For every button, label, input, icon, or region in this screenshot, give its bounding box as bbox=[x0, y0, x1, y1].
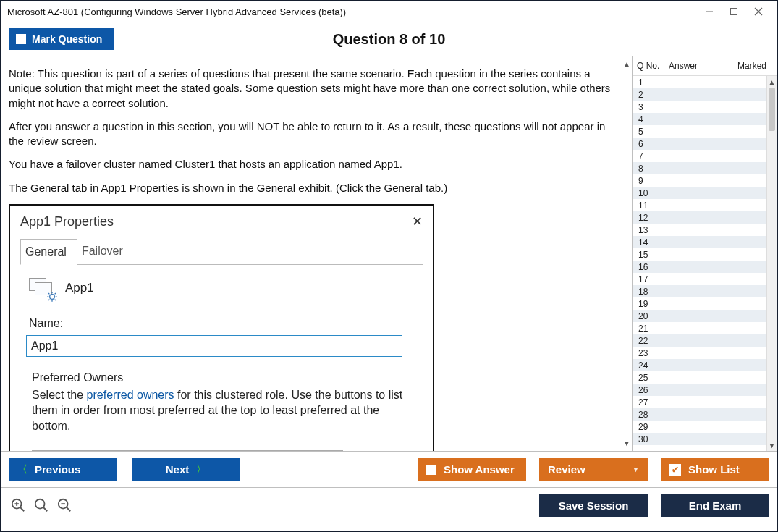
show-list-label: Show List bbox=[688, 463, 740, 476]
question-list-row[interactable]: 23 bbox=[633, 347, 777, 359]
question-list-row[interactable]: 28 bbox=[633, 408, 777, 421]
minimize-button[interactable] bbox=[697, 3, 722, 20]
next-label: Next bbox=[166, 463, 190, 476]
question-number: 6 bbox=[638, 139, 667, 149]
svg-line-10 bbox=[55, 299, 56, 300]
question-list-row[interactable]: 16 bbox=[633, 261, 777, 273]
question-number: 21 bbox=[638, 324, 667, 334]
question-pane: ▲ Note: This question is part of a serie… bbox=[1, 56, 632, 451]
question-list-row[interactable]: 24 bbox=[633, 359, 777, 371]
next-button[interactable]: Next 〉 bbox=[132, 458, 240, 481]
preferred-owners-description: Select the preferred owners for this clu… bbox=[32, 387, 411, 434]
session-controls: Save Session End Exam bbox=[539, 494, 769, 517]
name-input[interactable] bbox=[26, 335, 402, 357]
scroll-down-icon[interactable]: ▼ bbox=[767, 439, 777, 451]
maximize-button[interactable] bbox=[722, 3, 746, 20]
chevron-right-icon: 〉 bbox=[196, 463, 206, 476]
question-number: 17 bbox=[638, 274, 667, 284]
question-list-row[interactable]: 4 bbox=[633, 113, 777, 125]
question-list-row[interactable]: 19 bbox=[633, 297, 777, 310]
question-list-row[interactable]: 25 bbox=[633, 371, 777, 384]
question-list-row[interactable]: 20 bbox=[633, 310, 777, 322]
question-list-row[interactable]: 29 bbox=[633, 421, 777, 433]
clustered-role-icon bbox=[29, 278, 55, 300]
question-number: 20 bbox=[638, 311, 667, 321]
question-list-row[interactable]: 30 bbox=[633, 433, 777, 445]
question-number: 26 bbox=[638, 385, 667, 395]
question-list-row[interactable]: 12 bbox=[633, 211, 777, 224]
review-button[interactable]: Review ▼ bbox=[539, 458, 648, 481]
list-body: 1234567891011121314151617181920212223242… bbox=[633, 76, 777, 451]
question-list-row[interactable]: 17 bbox=[633, 273, 777, 285]
svg-line-20 bbox=[67, 507, 71, 512]
question-number: 12 bbox=[638, 213, 667, 223]
app1-properties-dialog: App1 Properties ✕ General Failover App1 bbox=[9, 204, 434, 451]
chevron-left-icon: 〈 bbox=[17, 463, 28, 476]
checkbox-icon bbox=[16, 34, 26, 44]
nav-left: 〈 Previous Next 〉 bbox=[9, 458, 240, 481]
question-list-row[interactable]: 11 bbox=[633, 199, 777, 211]
tab-general-label: General bbox=[25, 245, 67, 258]
question-list-row[interactable]: 27 bbox=[633, 396, 777, 408]
close-button[interactable] bbox=[746, 3, 771, 20]
zoom-reset-icon[interactable] bbox=[32, 496, 51, 515]
preferred-desc-pre: Select the bbox=[32, 389, 87, 401]
question-number: 10 bbox=[638, 188, 667, 198]
end-exam-button[interactable]: End Exam bbox=[661, 494, 769, 517]
zoom-out-icon[interactable] bbox=[55, 496, 74, 515]
question-number: 11 bbox=[638, 200, 667, 211]
question-list-row[interactable]: 21 bbox=[633, 322, 777, 334]
question-list-row[interactable]: 13 bbox=[633, 224, 777, 236]
list-scrollbar[interactable]: ▲ ▼ bbox=[766, 76, 777, 451]
question-number: 24 bbox=[638, 360, 667, 371]
question-list-row[interactable]: 7 bbox=[633, 150, 777, 162]
question-list-row[interactable]: 10 bbox=[633, 187, 777, 199]
save-session-button[interactable]: Save Session bbox=[539, 494, 648, 517]
chevron-down-icon: ▼ bbox=[633, 466, 639, 473]
show-list-button[interactable]: ✔ Show List bbox=[661, 458, 769, 481]
zoom-in-icon[interactable] bbox=[9, 496, 28, 515]
question-number: 7 bbox=[638, 151, 667, 161]
question-list-row[interactable]: 18 bbox=[633, 285, 777, 297]
question-list-row[interactable]: 1 bbox=[633, 76, 777, 88]
question-list-row[interactable]: 3 bbox=[633, 101, 777, 113]
scroll-down-icon[interactable]: ▼ bbox=[623, 439, 630, 449]
question-number: 16 bbox=[638, 262, 667, 272]
previous-button[interactable]: 〈 Previous bbox=[9, 458, 117, 481]
question-list-row[interactable]: 9 bbox=[633, 174, 777, 187]
question-list-row[interactable]: 5 bbox=[633, 125, 777, 138]
question-number: 5 bbox=[638, 127, 667, 137]
question-list-row[interactable]: 2 bbox=[633, 88, 777, 101]
content-row: ▲ Note: This question is part of a serie… bbox=[1, 56, 777, 452]
dialog-close-icon[interactable]: ✕ bbox=[412, 213, 423, 230]
question-list-row[interactable]: 8 bbox=[633, 162, 777, 174]
question-list-row[interactable]: 14 bbox=[633, 236, 777, 248]
window-title: Microsoft AZ-801 (Configuring Windows Se… bbox=[7, 7, 697, 17]
question-list-row[interactable]: 22 bbox=[633, 334, 777, 347]
gear-icon bbox=[46, 291, 58, 303]
checkbox-icon bbox=[426, 465, 436, 475]
col-header-answer: Answer bbox=[669, 61, 737, 71]
topbar: Mark Question Question 8 of 10 bbox=[1, 22, 777, 56]
server-list-item[interactable]: Server1 bbox=[32, 450, 343, 451]
dialog-title: App1 Properties bbox=[20, 213, 412, 230]
question-number: 30 bbox=[638, 434, 667, 444]
question-list-row[interactable]: 6 bbox=[633, 138, 777, 150]
show-answer-button[interactable]: Show Answer bbox=[418, 458, 526, 481]
mark-question-button[interactable]: Mark Question bbox=[9, 28, 114, 50]
question-paragraph: You have a failover cluster named Cluste… bbox=[9, 157, 620, 172]
question-number: 29 bbox=[638, 422, 667, 432]
zoom-bar: Save Session End Exam bbox=[1, 488, 777, 523]
question-number: 15 bbox=[638, 250, 667, 260]
scroll-up-icon[interactable]: ▲ bbox=[623, 59, 630, 69]
scroll-thumb[interactable] bbox=[769, 88, 775, 131]
question-number: 1 bbox=[638, 77, 667, 88]
preferred-owners-link[interactable]: preferred owners bbox=[87, 389, 174, 401]
tab-general[interactable]: General bbox=[20, 239, 77, 265]
scroll-up-icon[interactable]: ▲ bbox=[767, 76, 777, 88]
app-display-name: App1 bbox=[65, 280, 94, 297]
tab-failover[interactable]: Failover bbox=[77, 239, 133, 265]
question-number: 2 bbox=[638, 90, 667, 100]
question-list-row[interactable]: 26 bbox=[633, 384, 777, 396]
question-list-row[interactable]: 15 bbox=[633, 248, 777, 261]
